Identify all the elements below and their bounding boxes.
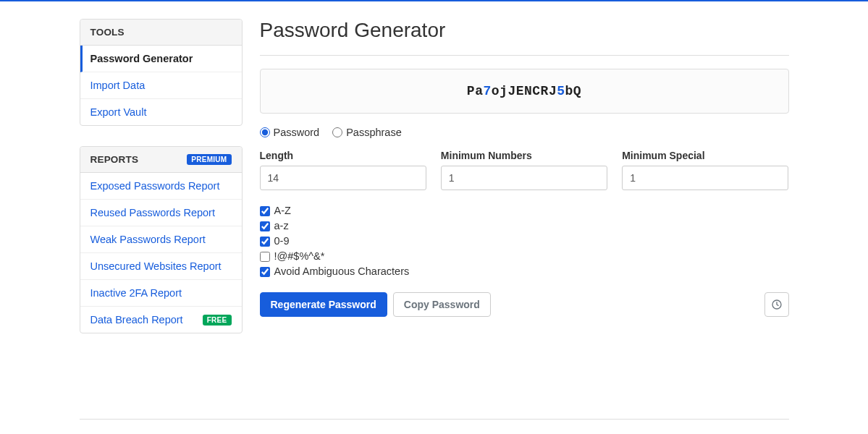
check-lowercase-label: a-z bbox=[274, 218, 289, 234]
radio-passphrase-label: Passphrase bbox=[346, 127, 402, 138]
check-digits[interactable]: 0-9 bbox=[260, 234, 789, 249]
reports-header-label: REPORTS bbox=[90, 154, 139, 165]
sidebar-item-label: Data Breach Report bbox=[90, 314, 183, 326]
clock-icon bbox=[771, 299, 783, 310]
numeric-fields-row: Length Minimum Numbers Minimum Special bbox=[260, 150, 789, 190]
sidebar-item-unsecured-websites[interactable]: Unsecured Websites Report bbox=[80, 253, 242, 280]
check-special-input[interactable] bbox=[260, 252, 270, 262]
tools-header-label: TOOLS bbox=[90, 27, 125, 38]
check-digits-input[interactable] bbox=[260, 237, 270, 247]
radio-password-input[interactable] bbox=[260, 127, 270, 137]
tools-card: TOOLS Password Generator Import Data Exp… bbox=[80, 19, 243, 126]
check-uppercase-label: A-Z bbox=[274, 203, 291, 218]
free-badge: FREE bbox=[203, 315, 232, 326]
reports-card: REPORTS PREMIUM Exposed Passwords Report… bbox=[80, 146, 243, 333]
copy-button[interactable]: Copy Password bbox=[393, 292, 491, 317]
check-lowercase[interactable]: a-z bbox=[260, 218, 789, 234]
check-lowercase-input[interactable] bbox=[260, 221, 270, 231]
sidebar-item-import-data[interactable]: Import Data bbox=[80, 72, 242, 99]
sidebar-item-password-generator[interactable]: Password Generator bbox=[80, 46, 242, 72]
sidebar-item-label: Import Data bbox=[90, 80, 146, 91]
check-uppercase-input[interactable] bbox=[260, 206, 270, 216]
main-content: Password Generator Pa7ojJENCRJ5bQ Passwo… bbox=[260, 19, 789, 354]
sidebar-item-label: Password Generator bbox=[90, 53, 193, 64]
sidebar-item-label: Inactive 2FA Report bbox=[90, 287, 182, 299]
premium-badge: PREMIUM bbox=[187, 154, 231, 165]
sidebar-item-exposed-passwords[interactable]: Exposed Passwords Report bbox=[80, 173, 242, 200]
min-special-input[interactable] bbox=[622, 166, 788, 190]
sidebar-item-export-vault[interactable]: Export Vault bbox=[80, 99, 242, 125]
length-field: Length bbox=[260, 150, 426, 190]
min-special-field: Minimum Special bbox=[622, 150, 788, 190]
sidebar-item-label: Exposed Passwords Report bbox=[90, 180, 220, 192]
radio-passphrase-input[interactable] bbox=[332, 127, 342, 137]
length-label: Length bbox=[260, 150, 426, 161]
tools-header: TOOLS bbox=[80, 20, 242, 46]
title-separator bbox=[260, 55, 789, 56]
min-numbers-input[interactable] bbox=[441, 166, 607, 190]
button-row: Regenerate Password Copy Password bbox=[260, 292, 789, 317]
radio-password[interactable]: Password bbox=[260, 127, 320, 138]
min-numbers-label: Minimum Numbers bbox=[441, 150, 607, 161]
check-special[interactable]: !@#$%^&* bbox=[260, 249, 789, 264]
check-uppercase[interactable]: A-Z bbox=[260, 203, 789, 218]
sidebar-item-data-breach[interactable]: Data Breach Report FREE bbox=[80, 307, 242, 333]
sidebar-item-label: Export Vault bbox=[90, 106, 147, 118]
check-avoid-ambiguous-label: Avoid Ambiguous Characters bbox=[274, 264, 410, 279]
length-input[interactable] bbox=[260, 166, 426, 190]
check-special-label: !@#$%^&* bbox=[274, 249, 325, 264]
page-title: Password Generator bbox=[260, 19, 789, 42]
radio-passphrase[interactable]: Passphrase bbox=[332, 127, 402, 138]
sidebar-item-inactive-2fa[interactable]: Inactive 2FA Report bbox=[80, 280, 242, 307]
generated-password-box: Pa7ojJENCRJ5bQ bbox=[260, 69, 789, 114]
check-digits-label: 0-9 bbox=[274, 234, 290, 249]
sidebar-item-label: Unsecured Websites Report bbox=[90, 260, 222, 272]
footer: © 2021, Bitwarden Inc. Version 2.20.4 bbox=[80, 419, 789, 434]
sidebar-item-reused-passwords[interactable]: Reused Passwords Report bbox=[80, 200, 242, 226]
reports-header: REPORTS PREMIUM bbox=[80, 147, 242, 173]
regenerate-button[interactable]: Regenerate Password bbox=[260, 292, 387, 317]
sidebar-item-label: Reused Passwords Report bbox=[90, 207, 215, 218]
check-avoid-ambiguous[interactable]: Avoid Ambiguous Characters bbox=[260, 264, 789, 279]
sidebar-item-weak-passwords[interactable]: Weak Passwords Report bbox=[80, 226, 242, 253]
min-numbers-field: Minimum Numbers bbox=[441, 150, 607, 190]
generator-type-row: Password Passphrase bbox=[260, 127, 789, 138]
character-options: A-Z a-z 0-9 !@#$%^&* Avoid Ambiguous Cha… bbox=[260, 203, 789, 279]
check-avoid-ambiguous-input[interactable] bbox=[260, 267, 270, 277]
sidebar-item-label: Weak Passwords Report bbox=[90, 234, 206, 245]
history-button[interactable] bbox=[764, 292, 789, 317]
min-special-label: Minimum Special bbox=[622, 150, 788, 161]
radio-password-label: Password bbox=[274, 127, 320, 138]
generated-password: Pa7ojJENCRJ5bQ bbox=[467, 84, 581, 98]
sidebar: TOOLS Password Generator Import Data Exp… bbox=[80, 19, 243, 354]
